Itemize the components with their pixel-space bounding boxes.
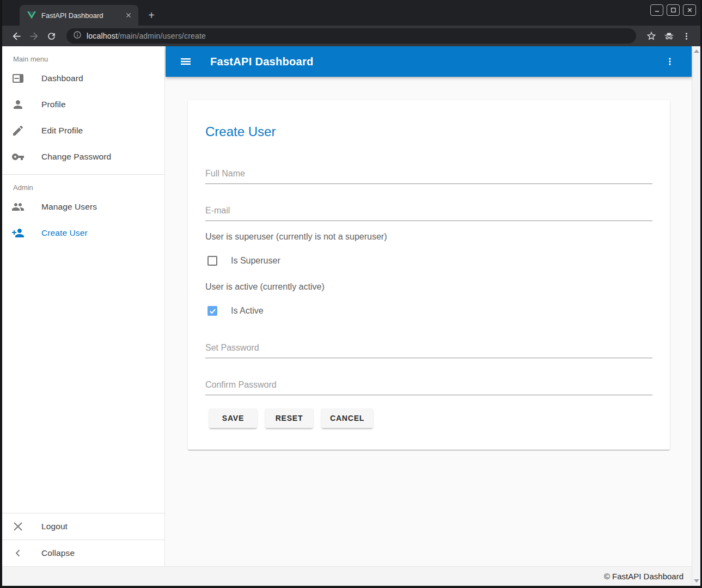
scrollbar-down-arrow[interactable] [694, 579, 699, 583]
page-footer: © FastAPI Dashboard [2, 566, 692, 586]
tab-title: FastAPI Dashboard [41, 11, 124, 20]
confirm-password-placeholder: Confirm Password [205, 379, 652, 395]
browser-tab-strip: FastAPI Dashboard + [2, 0, 700, 26]
pencil-icon [11, 124, 25, 137]
url-text: localhost/main/admin/users/create [87, 32, 206, 40]
full-name-field[interactable]: Full Name [205, 168, 652, 184]
form-actions: SAVE RESET CANCEL [209, 408, 373, 428]
bookmark-star-icon[interactable] [643, 27, 660, 45]
person-icon [11, 98, 25, 111]
copyright-text: © FastAPI Dashboard [604, 572, 683, 581]
email-placeholder: E-mail [205, 205, 652, 220]
page-viewport: Main menu Dashboard Profile Edit Profile [2, 46, 700, 586]
window-maximize-button[interactable] [667, 4, 680, 16]
dashboard-icon [11, 72, 25, 85]
browser-menu-icon[interactable] [677, 27, 695, 45]
person-add-icon [11, 226, 25, 240]
forward-button[interactable] [25, 27, 42, 45]
main-area: FastAPI Dashboard Create User Full Name … [166, 46, 692, 566]
is-active-checkbox[interactable]: Is Active [207, 306, 264, 316]
reload-button[interactable] [42, 27, 60, 45]
sidebar-item-manage-users[interactable]: Manage Users [2, 194, 164, 220]
back-button[interactable] [8, 27, 25, 45]
tab-close-icon[interactable] [124, 11, 133, 20]
sidebar-item-logout[interactable]: Logout [2, 513, 164, 540]
appbar-title: FastAPI Dashboard [210, 56, 663, 68]
url-bar[interactable]: localhost/main/admin/users/create [66, 28, 636, 44]
full-name-placeholder: Full Name [205, 168, 652, 183]
browser-window: FastAPI Dashboard + [0, 0, 702, 588]
cancel-button[interactable]: CANCEL [321, 408, 373, 428]
sidebar-item-create-user[interactable]: Create User [2, 220, 164, 246]
sidebar-section-main-menu: Main menu [2, 46, 164, 65]
appbar-overflow-menu-icon[interactable] [663, 55, 676, 68]
browser-tab[interactable]: FastAPI Dashboard [20, 5, 138, 26]
active-note: User is active (currently active) [205, 282, 325, 292]
scrollbar-up-arrow[interactable] [694, 50, 699, 53]
confirm-password-field[interactable]: Confirm Password [205, 379, 652, 395]
sidebar-item-label: Manage Users [41, 202, 97, 212]
page-content: Create User Full Name E-mail User is sup… [166, 77, 692, 566]
save-button[interactable]: SAVE [209, 408, 257, 428]
url-host: localhost [87, 32, 118, 40]
vue-logo-icon [27, 11, 36, 20]
set-password-field[interactable]: Set Password [205, 342, 652, 358]
sidebar-bottom: Logout Collapse [2, 513, 164, 566]
superuser-note: User is superuser (currently is not a su… [205, 232, 387, 242]
key-icon [11, 150, 25, 163]
checkbox-label: Is Active [231, 306, 264, 316]
close-icon [11, 520, 25, 533]
incognito-icon [660, 27, 677, 45]
checkbox-label: Is Superuser [231, 256, 280, 266]
sidebar-item-label: Dashboard [41, 74, 83, 83]
sidebar-item-label: Collapse [41, 548, 75, 558]
sidebar-section-admin: Admin [2, 175, 164, 194]
page-title: Create User [205, 124, 276, 139]
checkbox-unchecked-icon [207, 256, 217, 266]
new-tab-button[interactable]: + [145, 9, 158, 22]
set-password-placeholder: Set Password [205, 342, 652, 358]
page-scrollbar[interactable] [692, 46, 700, 586]
window-controls [650, 4, 696, 16]
group-icon [11, 200, 25, 213]
window-close-button[interactable] [683, 4, 696, 16]
sidebar-item-dashboard[interactable]: Dashboard [2, 65, 164, 91]
sidebar-item-label: Edit Profile [41, 126, 83, 136]
sidebar-item-profile[interactable]: Profile [2, 91, 164, 118]
hamburger-menu-icon[interactable] [179, 55, 192, 68]
sidebar-item-label: Logout [41, 522, 68, 531]
chevron-left-icon [11, 547, 25, 560]
sidebar-item-label: Change Password [41, 152, 111, 162]
window-minimize-button[interactable] [650, 4, 663, 16]
checkbox-checked-icon [207, 306, 217, 316]
reset-button[interactable]: RESET [265, 408, 313, 428]
site-info-icon[interactable] [73, 30, 82, 41]
email-field[interactable]: E-mail [205, 205, 652, 221]
sidebar: Main menu Dashboard Profile Edit Profile [2, 46, 165, 566]
is-superuser-checkbox[interactable]: Is Superuser [207, 256, 280, 266]
sidebar-item-label: Profile [41, 100, 66, 109]
sidebar-item-edit-profile[interactable]: Edit Profile [2, 118, 164, 144]
url-path: /main/admin/users/create [118, 32, 206, 40]
app-bar: FastAPI Dashboard [166, 46, 692, 77]
sidebar-item-collapse[interactable]: Collapse [2, 540, 164, 566]
sidebar-item-change-password[interactable]: Change Password [2, 144, 164, 170]
browser-toolbar: localhost/main/admin/users/create [2, 26, 700, 46]
create-user-card: Create User Full Name E-mail User is sup… [188, 100, 670, 450]
sidebar-item-label: Create User [41, 228, 88, 238]
